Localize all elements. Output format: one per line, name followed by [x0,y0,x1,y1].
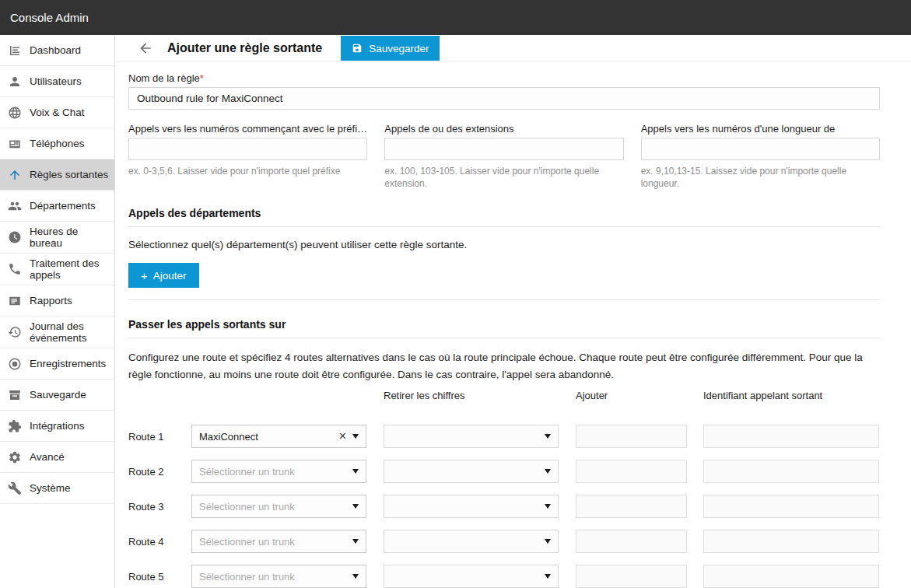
page-title: Ajouter une règle sortante [167,41,322,55]
dashboard-icon [8,44,22,58]
route-5-caller-id-input[interactable] [703,565,879,588]
chevron-down-icon [352,504,359,509]
report-list-icon [8,294,22,308]
form-content: Nom de la règle* Appels vers les numéros… [115,62,911,588]
route-1-caller-id-input[interactable] [703,425,879,448]
sidebar-item-voix-chat[interactable]: Voix & Chat [0,97,114,128]
deskphone-icon [8,137,22,151]
section-divider [128,299,880,300]
clear-icon[interactable]: × [338,430,352,443]
sidebar-item-regles-sortantes[interactable]: Règles sortantes [0,159,114,191]
route-3-label: Route 3 [128,495,191,518]
prefix-input[interactable] [128,138,367,160]
route-1-trunk-select[interactable]: MaxiConnect × [191,425,366,448]
route-5-trunk-select[interactable]: Sélectionner un trunk [191,565,366,588]
route-2-trunk-placeholder: Sélectionner un trunk [199,466,352,478]
wrench-icon [8,481,22,495]
routes-heading: Passer les appels sortants sur [128,318,880,338]
route-4-prepend-input[interactable] [576,530,687,553]
main-panel: Ajouter une règle sortante Sauvegarder N… [115,35,911,588]
route-1-strip-digits-select[interactable] [384,425,559,448]
archive-icon [8,388,22,402]
sidebar-item-label: Règles sortantes [30,169,108,180]
sidebar-item-utilisateurs[interactable]: Utilisateurs [0,66,114,97]
route-4-caller-id-input[interactable] [703,530,879,553]
sidebar-item-departements[interactable]: Départements [0,191,114,222]
puzzle-icon [8,419,22,433]
criteria-extensions: Appels de ou des extensions ex. 100, 103… [384,123,623,190]
chevron-down-icon [352,434,359,439]
route-1-prepend-input[interactable] [576,425,687,448]
length-help: ex. 9,10,13-15. Laissez vide pour n'impo… [641,165,880,190]
route-5-strip-digits-select[interactable] [384,565,559,588]
routes-table: Retirer les chiffres Ajouter Identifiant… [128,390,880,588]
departments-description: Sélectionnez quel(s) département(s) peuv… [128,239,880,250]
extensions-label: Appels de ou des extensions [384,123,623,135]
sidebar-item-dashboard[interactable]: Dashboard [0,35,114,66]
route-2-trunk-select[interactable]: Sélectionner un trunk [191,460,366,483]
sidebar-item-avance[interactable]: Avancé [0,442,114,473]
required-asterisk: * [200,72,204,84]
save-button[interactable]: Sauvegarder [341,36,440,61]
phone-handset-icon [8,262,22,276]
route-5-prepend-input[interactable] [576,565,687,588]
departments-heading: Appels des départements [128,207,880,227]
route-3-caller-id-input[interactable] [703,495,879,518]
route-5-label: Route 5 [128,565,191,588]
sidebar-item-label: Intégrations [30,420,85,432]
prefix-label: Appels vers les numéros commençant avec … [128,123,367,135]
gear-icon [8,450,22,464]
save-button-label: Sauvegarder [369,43,429,54]
sidebar-item-journal-des-evenements[interactable]: Journal des événements [0,317,114,348]
route-3-strip-digits-select[interactable] [384,495,559,518]
routes-description: Configurez une route et spécifiez 4 rout… [128,349,880,383]
globe-icon [8,106,22,120]
route-5-trunk-placeholder: Sélectionner un trunk [199,571,352,583]
extensions-input[interactable] [384,138,623,160]
add-department-button[interactable]: + Ajouter [128,263,199,288]
route-1-trunk-value: MaxiConnect [199,431,338,443]
sidebar-item-integrations[interactable]: Intégrations [0,411,114,442]
sidebar-item-heures-de-bureau[interactable]: Heures de bureau [0,222,114,254]
top-bar: Console Admin [0,0,911,35]
chevron-down-icon [352,469,359,474]
back-button[interactable] [137,40,154,57]
column-header-strip-digits: Retirer les chiffres [384,390,559,413]
app-title: Console Admin [10,11,89,24]
sidebar-item-telephones[interactable]: Téléphones [0,128,114,159]
sidebar-item-systeme[interactable]: Système [0,473,114,504]
route-1-label: Route 1 [128,425,191,448]
extensions-help: ex. 100, 103-105. Laisser vide pour n'im… [384,165,623,190]
sidebar-item-sauvegarde[interactable]: Sauvegarde [0,380,114,411]
route-2-caller-id-input[interactable] [703,460,879,483]
sidebar-item-rapports[interactable]: Rapports [0,285,114,317]
route-2-prepend-input[interactable] [576,460,687,483]
user-icon [8,75,22,89]
chevron-down-icon [545,469,551,474]
route-3-prepend-input[interactable] [576,495,687,518]
sidebar-item-traitement-des-appels[interactable]: Traitement des appels [0,254,114,285]
route-4-trunk-select[interactable]: Sélectionner un trunk [191,530,366,553]
route-2-label: Route 2 [128,460,191,483]
length-input[interactable] [641,138,880,160]
route-3-trunk-select[interactable]: Sélectionner un trunk [191,495,366,518]
criteria-prefix: Appels vers les numéros commençant avec … [128,123,367,190]
chevron-down-icon [545,434,551,439]
sidebar: Dashboard Utilisateurs Voix & Chat Télép… [0,35,115,588]
rule-name-input[interactable] [128,87,880,110]
sidebar-item-enregistrements[interactable]: Enregistrements [0,348,114,380]
sidebar-item-label: Enregistrements [30,358,106,369]
route-2-strip-digits-select[interactable] [384,460,559,483]
route-4-strip-digits-select[interactable] [384,530,559,553]
arrow-up-icon [8,168,22,182]
route-4-label: Route 4 [128,530,191,553]
sidebar-item-label: Traitement des appels [30,257,110,281]
rule-name-label: Nom de la règle* [128,72,880,84]
sidebar-item-label: Sauvegarde [30,389,86,401]
sidebar-item-label: Rapports [30,295,72,306]
chevron-down-icon [352,574,359,579]
sidebar-item-label: Système [30,482,71,494]
clock-icon [8,230,22,244]
sidebar-item-label: Voix & Chat [30,107,85,118]
chevron-down-icon [352,539,359,544]
